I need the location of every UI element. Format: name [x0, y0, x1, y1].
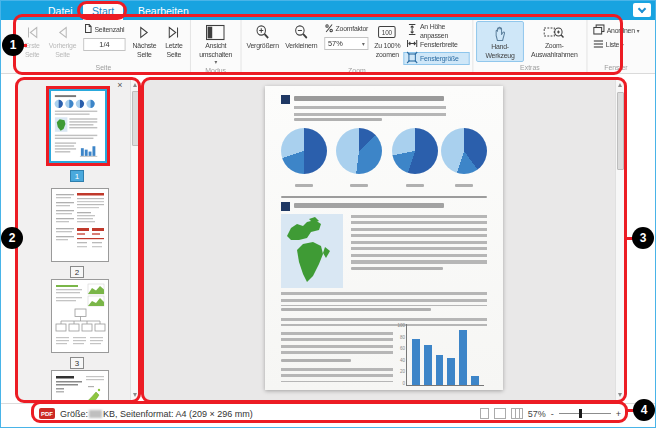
- y-tick-label: 0: [396, 382, 405, 387]
- text-placeholder: [281, 359, 351, 362]
- hand-icon: [491, 24, 508, 42]
- continuous-view-icon[interactable]: [511, 408, 523, 419]
- page-number-input[interactable]: 1/4: [83, 38, 125, 51]
- document-view[interactable]: 100806040200: [144, 80, 624, 400]
- ribbon-group-modus: Ansicht umschalten ▾ Modus: [191, 20, 242, 74]
- hand-tool-button[interactable]: Hand-Werkzeug: [476, 21, 524, 62]
- scrollbar-thumb[interactable]: [132, 91, 139, 146]
- thumbnail-preview-1: [51, 91, 105, 161]
- text-placeholder: [281, 332, 393, 356]
- thumbnail-page-3[interactable]: [51, 279, 109, 353]
- bar: [459, 330, 467, 385]
- pdf-viewer-window: Datei Start Bearbeiten Erste Seite Vorhe…: [0, 0, 656, 428]
- pie-chart: [336, 128, 382, 174]
- zoom-in-label: Vergrößern: [247, 42, 279, 51]
- heading-bullet: [281, 202, 290, 211]
- text-placeholder: [350, 184, 368, 187]
- arrange-windows-icon: [593, 24, 605, 37]
- zoom-in-button[interactable]: Vergrößern: [244, 21, 281, 65]
- thumbnails-scrollbar[interactable]: [130, 80, 139, 400]
- scroll-up-icon[interactable]: [618, 83, 622, 87]
- fit-page-label: Fenstergröße: [420, 54, 459, 63]
- fit-height-button[interactable]: An Höhe anpassen: [403, 24, 469, 37]
- previous-page-button[interactable]: Vorherige Seite: [46, 21, 80, 62]
- toggle-view-button[interactable]: Ansicht umschalten ▾: [194, 21, 238, 65]
- bar-chart-bars: [407, 324, 484, 385]
- page-number-badge-2: 2: [70, 266, 84, 278]
- list-button[interactable]: Liste ▾: [590, 38, 642, 51]
- zoom-100-button[interactable]: 100 Zu 100% zoomen: [372, 21, 402, 65]
- bar-chart: 100806040200: [396, 324, 484, 386]
- redacted-size-value: [89, 410, 102, 418]
- thumbnail-page-4[interactable]: [51, 370, 109, 400]
- thumbnail-page-2[interactable]: [51, 188, 109, 262]
- last-page-button[interactable]: Letzte Seite: [161, 21, 188, 62]
- scroll-down-icon[interactable]: [133, 393, 137, 397]
- thumbnail-page-1[interactable]: [49, 89, 107, 163]
- fit-width-button[interactable]: Fensterbreite: [403, 38, 469, 51]
- zoom-100-label: Zu 100% zoomen: [373, 42, 402, 59]
- zoom-marquee-button[interactable]: Zoom-Auswahlrahmen: [525, 21, 584, 62]
- zoom-plus-button[interactable]: +: [616, 409, 621, 419]
- text-placeholder: [406, 184, 424, 187]
- ribbon-collapse-button[interactable]: [633, 3, 651, 17]
- two-page-view-icon[interactable]: [494, 408, 506, 419]
- text-placeholder: [281, 368, 393, 382]
- ribbon-group-seite: Erste Seite Vorherige Seite Seitenzahl 1…: [17, 20, 191, 74]
- page-number-badge-3: 3: [70, 357, 84, 369]
- toggle-view-label: Ansicht umschalten: [195, 42, 237, 59]
- next-page-icon: [138, 23, 150, 41]
- zoom-slider[interactable]: [559, 413, 611, 414]
- y-tick-label: 100: [396, 324, 405, 329]
- status-bar: PDF Größe:KB, Seitenformat: A4 (209 × 29…: [1, 403, 655, 423]
- document-scrollbar[interactable]: [615, 80, 624, 400]
- world-map-image: [281, 214, 343, 288]
- zoom-slider-thumb[interactable]: [579, 409, 582, 418]
- heading-bullet: [281, 95, 290, 104]
- zoom-out-button[interactable]: Verkleinern: [282, 21, 321, 65]
- tab-start[interactable]: Start: [83, 3, 123, 20]
- single-page-view-icon[interactable]: [480, 408, 489, 419]
- statusbar-zoom-value: 57%: [528, 409, 546, 419]
- zoom-factor-label: Zoomfaktor: [336, 25, 369, 33]
- ribbon-group-extras: Hand-Werkzeug Zoom-Auswahlrahmen Extras: [473, 20, 587, 74]
- page-icon: [84, 23, 92, 36]
- fit-page-button[interactable]: Fenstergröße: [403, 52, 469, 65]
- arrange-button[interactable]: Anordnen ▾: [590, 24, 642, 37]
- tab-datei[interactable]: Datei: [39, 3, 82, 20]
- next-page-label: Nächste Seite: [130, 42, 159, 59]
- text-placeholder: [351, 267, 443, 270]
- pie-chart: [281, 128, 327, 174]
- zoom-factor-value: 57%: [328, 39, 343, 48]
- fit-height-icon: [406, 23, 418, 38]
- scrollbar-thumb[interactable]: [617, 92, 624, 170]
- document-page: 100806040200: [265, 86, 503, 390]
- bar: [436, 355, 444, 386]
- group-label-zoom: Zoom: [244, 65, 469, 77]
- percent-icon: [325, 23, 334, 35]
- bar: [447, 358, 455, 385]
- tab-bearbeiten[interactable]: Bearbeiten: [129, 3, 198, 20]
- pie-chart: [441, 128, 487, 174]
- text-placeholder: [294, 203, 444, 208]
- text-placeholder: [281, 292, 487, 306]
- callout-badge-3: 3: [632, 227, 654, 249]
- arrange-label: Anordnen: [607, 26, 635, 35]
- ribbon-group-fenster: Anordnen ▾ Liste ▾ Fenster: [587, 20, 644, 74]
- zoom-factor-dropdown[interactable]: 57% ▾: [324, 37, 368, 50]
- previous-page-label: Vorherige Seite: [46, 42, 78, 59]
- file-size-label: Größe:KB, Seitenformat: A4 (209 × 296 mm…: [60, 409, 253, 419]
- zoom-minus-button[interactable]: -: [551, 409, 554, 419]
- fit-options: An Höhe anpassen Fensterbreite Fenstergr…: [403, 21, 469, 65]
- next-page-button[interactable]: Nächste Seite: [129, 21, 159, 62]
- scroll-up-icon[interactable]: [133, 83, 137, 87]
- bar-chart-plot: [406, 324, 484, 386]
- thumbnails-panel: × 1: [18, 80, 139, 400]
- first-page-icon: [25, 23, 39, 41]
- text-placeholder: [281, 196, 487, 198]
- dropdown-caret-icon: ▾: [637, 28, 640, 34]
- scroll-down-icon[interactable]: [618, 393, 622, 397]
- thumbnail-preview-4: [52, 371, 108, 400]
- panel-close-button[interactable]: ×: [114, 80, 126, 91]
- y-tick-label: 60: [396, 347, 405, 352]
